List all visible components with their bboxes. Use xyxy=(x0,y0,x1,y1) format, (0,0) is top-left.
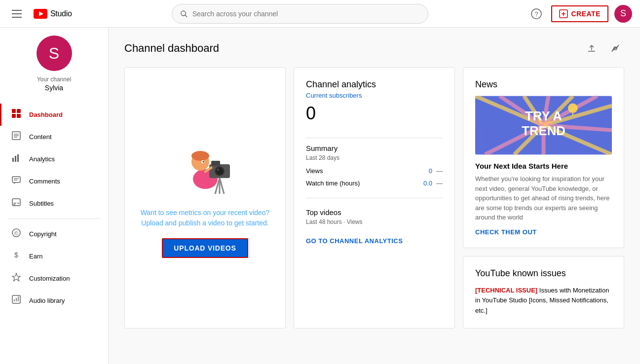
dashboard-grid: Want to see metrics on your recent video… xyxy=(124,67,624,328)
dashboard-icon xyxy=(11,109,21,121)
header-left: Studio xyxy=(8,6,72,22)
sidebar: S Your channel Sylvia Dashboard Content xyxy=(0,28,109,364)
svg-line-3 xyxy=(185,15,187,17)
svg-rect-10 xyxy=(17,114,21,118)
comments-icon xyxy=(11,175,21,187)
content-icon xyxy=(11,131,21,143)
upload-card: Want to see metrics on your recent video… xyxy=(124,67,286,328)
svg-rect-17 xyxy=(17,154,19,162)
studio-label: Studio xyxy=(50,9,72,18)
svg-point-2 xyxy=(181,11,185,15)
channel-avatar[interactable]: S xyxy=(37,36,72,71)
svg-text:TRY A: TRY A xyxy=(525,109,562,123)
analytics-card: Channel analytics Current subscribers 0 … xyxy=(294,67,455,328)
watch-time-change: — xyxy=(436,180,443,187)
content-area: Channel dashboard xyxy=(109,28,640,364)
sidebar-item-analytics[interactable]: Analytics xyxy=(0,148,108,170)
sidebar-comments-label: Comments xyxy=(29,178,60,185)
customization-icon xyxy=(11,272,21,285)
help-button[interactable]: ? xyxy=(527,5,545,23)
sidebar-nav: Dashboard Content Analytics xyxy=(0,104,108,312)
sidebar-customization-label: Customization xyxy=(29,275,70,282)
sidebar-content-label: Content xyxy=(29,133,52,141)
views-metric: Views 0 — xyxy=(306,167,443,175)
subscribers-label: Current subscribers xyxy=(306,92,443,99)
subscribers-count: 0 xyxy=(306,103,443,124)
issue-text: [TECHNICAL ISSUE] Issues with Monetizati… xyxy=(475,286,612,316)
sidebar-item-copyright[interactable]: © Copyright xyxy=(0,223,108,245)
upload-hint: Want to see metrics on your recent video… xyxy=(141,208,270,228)
news-title: News xyxy=(475,79,612,90)
upload-videos-button[interactable]: UPLOAD VIDEOS xyxy=(162,238,248,258)
header-right: ? CREATE S xyxy=(527,5,632,23)
upload-action-button[interactable] xyxy=(583,39,601,57)
top-videos-title: Top videos xyxy=(306,208,443,217)
summary-title: Summary xyxy=(306,144,443,152)
sidebar-earn-label: Earn xyxy=(29,253,42,260)
news-description: Whether you're looking for inspiration f… xyxy=(475,174,612,222)
top-videos-period: Last 48 hours · Views xyxy=(306,218,443,225)
svg-text:$: $ xyxy=(14,251,18,259)
issues-title: YouTube known issues xyxy=(475,268,612,279)
svg-rect-41 xyxy=(211,161,220,166)
issues-card: YouTube known issues [TECHNICAL ISSUE] I… xyxy=(463,256,624,328)
search-input[interactable] xyxy=(192,10,420,18)
svg-text:©: © xyxy=(14,230,18,236)
sidebar-item-comments[interactable]: Comments xyxy=(0,170,108,192)
earn-icon: $ xyxy=(11,250,21,262)
channel-label: Your channel xyxy=(37,76,72,83)
sidebar-item-audio-library[interactable]: Audio library xyxy=(0,290,108,312)
header: Studio ? CREATE S xyxy=(0,0,640,28)
views-label: Views xyxy=(306,167,323,175)
upload-illustration xyxy=(171,137,240,198)
create-icon xyxy=(559,9,568,18)
svg-rect-7 xyxy=(12,109,16,113)
create-label: CREATE xyxy=(571,10,601,18)
svg-text:?: ? xyxy=(535,10,538,18)
menu-icon[interactable] xyxy=(8,6,26,22)
sidebar-dashboard-label: Dashboard xyxy=(29,111,63,118)
sidebar-item-dashboard[interactable]: Dashboard xyxy=(0,104,108,126)
youtube-icon xyxy=(34,9,47,19)
news-card: News xyxy=(463,67,624,248)
help-icon: ? xyxy=(531,8,542,19)
svg-point-43 xyxy=(216,168,223,175)
sidebar-copyright-label: Copyright xyxy=(29,230,57,238)
right-column: News xyxy=(463,67,624,328)
go-analytics-link[interactable]: GO TO CHANNEL ANALYTICS xyxy=(306,237,443,245)
broadcast-button[interactable] xyxy=(606,39,624,57)
create-button[interactable]: CREATE xyxy=(551,5,608,22)
search-icon xyxy=(180,10,188,18)
summary-period: Last 28 days xyxy=(306,154,443,161)
subtitles-icon xyxy=(11,197,21,210)
page-actions xyxy=(583,39,624,57)
audio-library-icon xyxy=(11,294,21,307)
svg-rect-15 xyxy=(12,158,14,162)
sidebar-item-subtitles[interactable]: Subtitles xyxy=(0,192,108,215)
channel-name: Sylvia xyxy=(45,84,63,92)
svg-point-44 xyxy=(217,169,219,171)
svg-rect-8 xyxy=(17,109,21,113)
svg-text:TREND: TREND xyxy=(522,124,565,138)
user-avatar[interactable]: S xyxy=(614,5,632,23)
news-banner-svg: TRY A TREND xyxy=(475,96,612,155)
watch-time-metric: Watch time (hours) 0.0 — xyxy=(306,180,443,187)
watch-time-value: 0.0 — xyxy=(423,180,443,187)
issue-tag: [TECHNICAL ISSUE] xyxy=(475,287,537,294)
news-link[interactable]: CHECK THEM OUT xyxy=(475,228,612,236)
page-header: Channel dashboard xyxy=(124,39,624,57)
sidebar-audio-label: Audio library xyxy=(29,297,65,304)
sidebar-item-content[interactable]: Content xyxy=(0,126,108,148)
views-change: — xyxy=(436,167,443,175)
analytics-icon xyxy=(11,153,21,165)
main-layout: S Your channel Sylvia Dashboard Content xyxy=(0,28,640,364)
sidebar-item-customization[interactable]: Customization xyxy=(0,267,108,290)
broadcast-icon xyxy=(610,43,621,54)
svg-rect-9 xyxy=(12,114,16,118)
sidebar-item-earn[interactable]: $ Earn xyxy=(0,245,108,267)
page-title: Channel dashboard xyxy=(124,42,219,55)
search-bar[interactable] xyxy=(172,4,428,24)
sidebar-subtitles-label: Subtitles xyxy=(29,200,54,207)
svg-point-39 xyxy=(202,161,204,163)
watch-time-label: Watch time (hours) xyxy=(306,180,360,187)
